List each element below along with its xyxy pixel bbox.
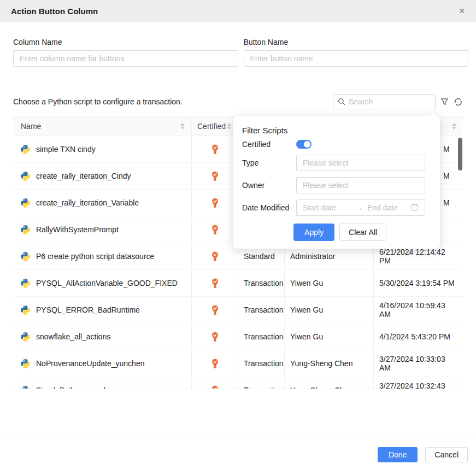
script-name: create_rally_iteration_Cindy	[36, 172, 131, 180]
dialog-header: Action Button Column ✕	[0, 0, 476, 22]
date-modified-cell-fragment: M	[443, 145, 450, 154]
done-button[interactable]: Done	[378, 447, 418, 462]
start-date-placeholder: Start date	[303, 203, 351, 212]
script-name-cell: NoProvenanceUpdate_yunchen	[13, 350, 191, 377]
column-label: Name	[21, 122, 41, 131]
python-icon	[21, 198, 30, 208]
filter-popup-title: Filter Scripts	[242, 126, 431, 135]
filter-icon[interactable]	[440, 98, 449, 106]
certified-badge-icon	[210, 225, 220, 235]
close-icon[interactable]: ✕	[459, 7, 465, 15]
script-name-cell: PYSQL_ERROR_BadRuntime	[13, 297, 191, 323]
certified-badge-icon	[210, 278, 220, 289]
certified-badge-icon	[210, 359, 220, 369]
column-header-name[interactable]: Name	[13, 117, 191, 136]
certified-cell	[191, 163, 238, 189]
type-cell: Transaction	[238, 270, 284, 296]
script-name-cell: SimplePython_yunchen	[13, 377, 191, 389]
refresh-icon[interactable]	[454, 97, 463, 107]
script-name-cell: RallyWithSystemPrompt	[13, 216, 191, 243]
python-icon	[21, 252, 30, 261]
apply-button[interactable]: Apply	[293, 224, 334, 241]
python-icon	[21, 306, 30, 315]
owner-cell: Yung-Sheng Chen	[284, 377, 373, 389]
type-cell: Transaction	[238, 377, 284, 389]
script-name: PYSQL_ERROR_BadRuntime	[36, 306, 140, 314]
certified-cell	[191, 324, 238, 350]
date-modified-cell-text: 4/16/2024 10:59:43 AM	[379, 301, 457, 319]
script-name-cell: create_rally_iteration_Cindy	[13, 163, 191, 189]
range-arrow-icon: →	[355, 203, 363, 212]
table-row[interactable]: PYSQL_ERROR_BadRuntimeTransactionYiwen G…	[13, 297, 463, 324]
certified-badge-icon	[210, 198, 220, 208]
filter-type-row: Type Please select	[242, 155, 431, 171]
search-box[interactable]	[333, 94, 436, 109]
certified-cell	[191, 270, 238, 296]
script-name-cell: snowflake_all_actions	[13, 324, 191, 350]
script-name-cell: create_rally_iteration_Variable	[13, 190, 191, 216]
owner-select[interactable]: Please select	[296, 177, 425, 193]
date-modified-cell: 3/27/2024 10:32:43 AM	[373, 377, 463, 389]
date-modified-cell-text: 3/27/2024 10:33:03 AM	[379, 355, 457, 372]
script-name: simple TXN cindy	[36, 145, 96, 154]
filter-date-row: Date Modified Start date → End date	[242, 199, 431, 216]
column-header-certified[interactable]: Certified	[191, 117, 238, 136]
certified-badge-icon	[210, 144, 220, 155]
owner-select-placeholder: Please select	[303, 181, 348, 190]
cancel-button[interactable]: Cancel	[425, 447, 468, 462]
script-name-cell: simple TXN cindy	[13, 136, 191, 162]
owner-cell: Yiwen Gu	[284, 270, 373, 296]
search-icon	[338, 98, 345, 105]
type-select[interactable]: Please select	[296, 155, 425, 171]
table-tools	[333, 94, 463, 109]
script-name: snowflake_all_actions	[36, 332, 110, 341]
table-row[interactable]: PYSQL_AllActionVariable_GOOD_FIXEDTransa…	[13, 270, 463, 297]
certified-cell	[191, 216, 238, 243]
button-name-label: Button Name	[244, 38, 469, 46]
filter-certified-row: Certified	[242, 140, 431, 149]
script-name: NoProvenanceUpdate_yunchen	[36, 359, 144, 368]
popup-caret	[430, 112, 438, 120]
date-range-picker[interactable]: Start date → End date	[296, 199, 425, 216]
sort-icon[interactable]	[227, 123, 231, 130]
script-name: RallyWithSystemPrompt	[36, 225, 119, 234]
button-name-field: Button Name	[244, 38, 469, 67]
sort-icon[interactable]	[180, 123, 185, 130]
python-icon	[21, 145, 30, 154]
clear-all-button[interactable]: Clear All	[339, 224, 386, 241]
type-cell: Transaction	[238, 297, 284, 323]
owner-cell: Yiwen Gu	[284, 297, 373, 323]
python-icon	[21, 359, 30, 368]
filter-scripts-popup: Filter Scripts Certified Type Please sel…	[233, 116, 440, 249]
python-icon	[21, 225, 30, 234]
picker-instruction: Choose a Python script to configure a tr…	[13, 97, 183, 106]
toggle-knob	[304, 141, 310, 148]
certified-cell	[191, 190, 238, 216]
table-scrollbar-thumb[interactable]	[458, 138, 462, 171]
sort-icon[interactable]	[452, 123, 456, 130]
certified-toggle[interactable]	[296, 140, 312, 149]
table-row[interactable]: NoProvenanceUpdate_yunchenTransactionYun…	[13, 350, 463, 377]
filter-type-label: Type	[242, 158, 296, 167]
script-name: SimplePython_yunchen	[36, 386, 116, 389]
button-name-input[interactable]	[244, 50, 469, 67]
certified-cell	[191, 377, 238, 389]
search-input[interactable]	[349, 97, 431, 106]
certified-badge-icon	[210, 171, 220, 181]
python-icon	[21, 386, 30, 390]
end-date-placeholder: End date	[367, 203, 398, 212]
table-row[interactable]: SimplePython_yunchenTransactionYung-Shen…	[13, 377, 463, 389]
calendar-icon	[411, 203, 419, 213]
dialog-footer: Done Cancel	[0, 439, 476, 470]
certified-badge-icon	[210, 305, 220, 315]
type-select-placeholder: Please select	[303, 158, 348, 167]
certified-cell	[191, 243, 238, 269]
date-modified-cell-fragment: M	[443, 198, 450, 207]
script-name-cell: PYSQL_AllActionVariable_GOOD_FIXED	[13, 270, 191, 296]
filter-popup-actions: Apply Clear All	[293, 224, 431, 241]
certified-badge-icon	[210, 332, 220, 342]
table-row[interactable]: snowflake_all_actionsTransactionYiwen Gu…	[13, 324, 463, 350]
column-name-input[interactable]	[13, 50, 238, 67]
filter-owner-label: Owner	[242, 181, 296, 190]
python-icon	[21, 332, 30, 342]
